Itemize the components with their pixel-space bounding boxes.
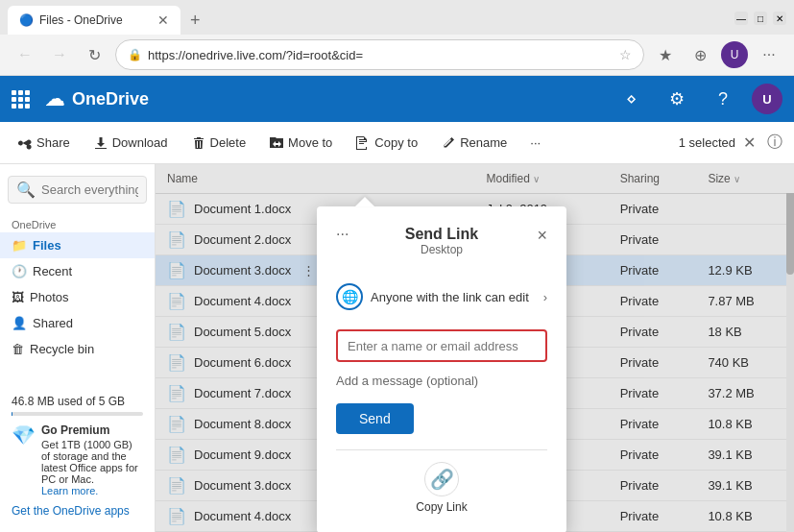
collections-button[interactable]: ⊕	[686, 41, 713, 68]
recent-icon: 🕐	[12, 264, 27, 278]
premium-icon: 💎	[12, 423, 36, 447]
forward-button[interactable]: →	[46, 41, 73, 68]
info-button[interactable]: ⓘ	[763, 129, 786, 157]
files-icon: 📁	[12, 238, 27, 253]
main-area: 🔍 OneDrive 📁 Files 🕐 Recent 🖼 Photos 👤 S…	[0, 164, 794, 532]
modal-close-button[interactable]: ×	[537, 226, 547, 246]
modal-pointer	[355, 197, 374, 206]
share-button[interactable]: Share	[8, 128, 80, 158]
modal-title: Send Link	[405, 226, 478, 243]
modal-overlay[interactable]: ··· Send Link Desktop × 🌐 Anyone with th…	[156, 164, 794, 532]
send-button[interactable]: Send	[336, 403, 414, 434]
sidebar-item-files[interactable]: 📁 Files	[0, 232, 155, 258]
sidebar-bottom: 46.8 MB used of 5 GB 💎 Go Premium Get 1T…	[0, 387, 155, 525]
active-tab[interactable]: 🔵 Files - OneDrive ✕	[8, 6, 180, 35]
shared-icon: 👤	[12, 316, 27, 330]
modal-more-button[interactable]: ···	[336, 226, 349, 243]
selected-count: 1 selected	[679, 135, 735, 150]
apps-grid-icon[interactable]	[12, 90, 30, 109]
premium-body: Get 1TB (1000 GB) of storage and the lat…	[41, 439, 143, 485]
tab-close-button[interactable]: ✕	[157, 12, 169, 28]
sidebar-item-shared[interactable]: 👤 Shared	[0, 310, 155, 336]
content-area: Name Modified ∨ Sharing Size ∨	[156, 164, 794, 532]
copyto-icon	[355, 135, 371, 151]
storage-text: 46.8 MB used of 5 GB	[12, 395, 143, 408]
sidebar: 🔍 OneDrive 📁 Files 🕐 Recent 🖼 Photos 👤 S…	[0, 164, 156, 532]
sidebar-item-photos[interactable]: 🖼 Photos	[0, 284, 155, 310]
onedrive-app: ☁ OneDrive ⋄ ⚙ ? U Share Download Delete…	[0, 76, 794, 532]
recycle-icon: 🗑	[12, 342, 24, 356]
copy-link-label: Copy Link	[416, 500, 467, 514]
message-input[interactable]: Add a message (optional)	[336, 374, 547, 388]
get-apps-link[interactable]: Get the OneDrive apps	[12, 504, 143, 518]
browser-chrome: 🔵 Files - OneDrive ✕ + — □ ✕ ← → ↻ 🔒 ☆ ★…	[0, 0, 794, 76]
minimize-button[interactable]: —	[734, 12, 748, 25]
refresh-button[interactable]: ↻	[81, 41, 108, 68]
rename-icon	[441, 135, 456, 151]
sidebar-item-recent[interactable]: 🕐 Recent	[0, 258, 155, 284]
search-box[interactable]: 🔍	[8, 176, 147, 204]
delete-icon	[191, 135, 206, 151]
moveto-icon	[269, 135, 284, 151]
permission-chevron-icon: ›	[543, 290, 547, 304]
search-icon: 🔍	[16, 181, 36, 199]
photos-icon: 🖼	[12, 290, 24, 304]
tab-title: Files - OneDrive	[39, 13, 152, 27]
profile-button[interactable]: U	[721, 41, 748, 68]
storage-fill	[12, 412, 12, 416]
browser-controls: ← → ↻ 🔒 ☆ ★ ⊕ U ···	[0, 35, 794, 75]
modal-subtitle: Desktop	[405, 243, 478, 256]
app-name: OneDrive	[72, 89, 149, 109]
delete-button[interactable]: Delete	[181, 128, 256, 158]
url-input[interactable]	[148, 48, 614, 62]
lock-icon: 🔒	[128, 48, 142, 61]
storage-bar	[12, 412, 143, 416]
copy-link-icon: 🔗	[424, 462, 459, 496]
more-toolbar-button[interactable]: ···	[520, 128, 550, 158]
sidebar-section-label: OneDrive	[0, 215, 155, 232]
premium-link[interactable]: Learn more.	[41, 485, 143, 496]
rename-button[interactable]: Rename	[431, 128, 517, 158]
sidebar-item-recycle[interactable]: 🗑 Recycle bin	[0, 336, 155, 362]
back-button[interactable]: ←	[12, 41, 38, 68]
premium-box: 💎 Go Premium Get 1TB (1000 GB) of storag…	[12, 423, 143, 496]
search-input[interactable]	[41, 182, 138, 197]
email-input[interactable]	[348, 339, 536, 353]
app-logo: ☁ OneDrive	[45, 87, 149, 110]
download-icon	[93, 135, 108, 151]
download-button[interactable]: Download	[84, 128, 178, 158]
premium-title: Go Premium	[41, 423, 143, 437]
app-header: ☁ OneDrive ⋄ ⚙ ? U	[0, 76, 794, 122]
browser-actions: ★ ⊕ U ···	[652, 41, 782, 68]
new-tab-button[interactable]: +	[184, 11, 206, 31]
send-link-modal: ··· Send Link Desktop × 🌐 Anyone with th…	[317, 206, 566, 532]
maximize-button[interactable]: □	[754, 12, 767, 25]
address-bar[interactable]: 🔒 ☆	[115, 39, 644, 70]
link-permission[interactable]: 🌐 Anyone with the link can edit ›	[336, 276, 547, 318]
deselect-button[interactable]: ✕	[739, 130, 759, 156]
close-window-button[interactable]: ✕	[773, 12, 786, 25]
email-input-container[interactable]	[336, 329, 547, 362]
moveto-button[interactable]: Move to	[259, 128, 342, 158]
premium-text: Go Premium Get 1TB (1000 GB) of storage …	[41, 423, 143, 496]
rewards-button[interactable]: ⋄	[614, 82, 648, 116]
permission-label: Anyone with the link can edit	[371, 290, 529, 304]
copyto-button[interactable]: Copy to	[346, 128, 427, 158]
help-button[interactable]: ?	[706, 82, 740, 116]
globe-icon: 🌐	[336, 283, 363, 310]
star-icon[interactable]: ☆	[619, 47, 632, 62]
settings-header-button[interactable]: ⚙	[660, 82, 694, 116]
tab-bar: 🔵 Files - OneDrive ✕ + — □ ✕	[0, 0, 794, 35]
toolbar: Share Download Delete Move to Copy to Re…	[0, 122, 794, 164]
copy-link-section[interactable]: 🔗 Copy Link	[336, 449, 547, 514]
modal-header: ··· Send Link Desktop ×	[336, 226, 547, 272]
favorites-button[interactable]: ★	[652, 41, 679, 68]
user-avatar[interactable]: U	[752, 84, 782, 114]
share-icon	[17, 135, 33, 151]
settings-button[interactable]: ···	[756, 41, 782, 68]
